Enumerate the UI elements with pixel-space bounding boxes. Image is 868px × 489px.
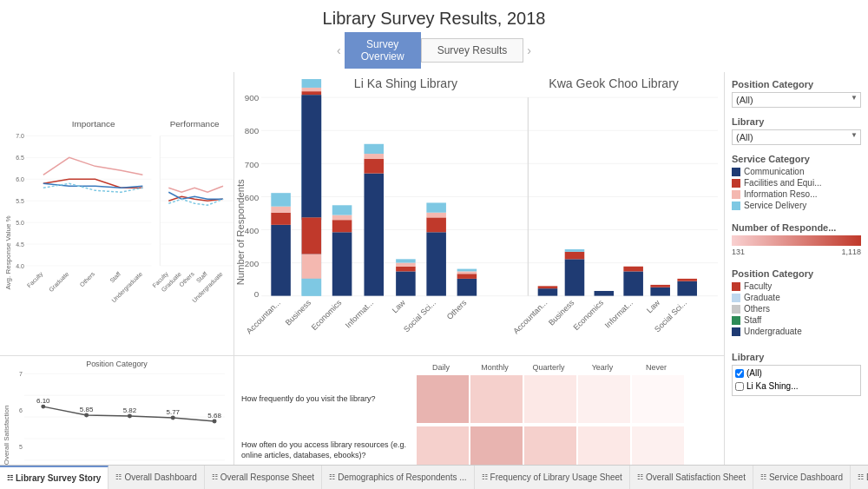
respondents-scale-label: Number of Responde... [732, 222, 861, 233]
svg-text:Staff: Staff [108, 271, 122, 284]
svg-text:Importance: Importance [72, 119, 115, 129]
library-select[interactable]: (All) [732, 129, 861, 145]
svg-rect-90 [565, 249, 585, 252]
tab-survey-overview[interactable]: SurveyOverview [345, 32, 421, 69]
svg-text:900: 900 [245, 93, 260, 102]
svg-rect-55 [271, 207, 291, 213]
svg-text:Graduate: Graduate [48, 271, 70, 294]
svg-rect-80 [426, 213, 446, 218]
tab-diverging[interactable]: ☷ Diverging B... [851, 466, 868, 489]
svg-text:5.85: 5.85 [80, 406, 94, 413]
svg-rect-65 [302, 279, 322, 296]
svg-rect-82 [457, 279, 477, 296]
library-lks-checkbox[interactable] [735, 382, 744, 391]
tab-satisfaction[interactable]: ☷ Overall Satisfaction Sheet [630, 466, 753, 489]
tab-demographics[interactable]: ☷ Demographics of Respondents ... [322, 466, 474, 489]
library-all-checkbox[interactable] [735, 369, 744, 378]
svg-text:Others: Others [445, 298, 469, 321]
svg-rect-68 [332, 215, 352, 221]
tab-survey-results[interactable]: Survey Results [421, 38, 524, 63]
svg-rect-73 [364, 144, 384, 154]
legend-staff-bottom: Staff [732, 315, 861, 325]
respondents-scale-labels: 131 1,118 [732, 248, 861, 256]
library-all-option[interactable]: (All) [735, 368, 858, 378]
svg-text:5.5: 5.5 [16, 198, 24, 204]
svg-text:Informat...: Informat... [603, 298, 635, 329]
others-label-bottom: Others [744, 304, 770, 314]
tab-frequency[interactable]: ☷ Frequency of Library Usage Sheet [475, 466, 630, 489]
legend-undergraduate-bottom: Undergraduate [732, 327, 861, 336]
svg-point-125 [128, 414, 132, 419]
graduate-swatch-bottom [732, 294, 740, 302]
staff-swatch-bottom [732, 316, 740, 325]
position-category-select[interactable]: (All) [732, 92, 861, 108]
svg-text:5: 5 [19, 444, 23, 450]
tab-icon-overall: ☷ [115, 473, 122, 481]
tab-icon-freq: ☷ [482, 473, 488, 481]
respondents-max: 1,118 [841, 248, 861, 256]
position-category-label: Position Category [732, 79, 861, 89]
library-lks-option[interactable]: Li Ka Shing... [735, 381, 858, 391]
svg-rect-95 [650, 285, 670, 287]
heatmap-col-yearly: Yearly [576, 363, 628, 372]
svg-text:Law: Law [391, 298, 407, 314]
svg-text:Performance: Performance [170, 119, 220, 129]
service-delivery-swatch [732, 202, 740, 210]
library-label: Library [732, 116, 861, 127]
svg-rect-76 [396, 263, 416, 267]
svg-text:6.0: 6.0 [16, 176, 24, 182]
svg-rect-54 [271, 213, 291, 225]
svg-text:Business: Business [547, 298, 576, 327]
heatmap-col-monthly: Monthly [469, 363, 521, 372]
legend-information: Information Reso... [732, 189, 861, 199]
tab-icon-div: ☷ [858, 473, 864, 481]
tab-library-survey-story[interactable]: ☷ Library Survey Story [0, 466, 108, 489]
library-list[interactable]: (All) Li Ka Shing... [732, 365, 861, 396]
heatmap-col-quarterly: Quarterly [523, 363, 575, 372]
communication-swatch [732, 168, 740, 176]
legend-graduate-bottom: Graduate [732, 293, 861, 302]
right-panel: Position Category (All) Library (All) [725, 72, 868, 465]
svg-rect-62 [302, 95, 322, 217]
tab-prev-arrow[interactable]: ‹ [333, 43, 345, 57]
svg-text:Others: Others [178, 270, 195, 287]
tab-overall-dashboard[interactable]: ☷ Overall Dashboard [108, 466, 204, 489]
svg-text:6: 6 [19, 407, 23, 413]
tab-next-arrow[interactable]: › [523, 43, 535, 57]
service-delivery-label: Service Delivery [744, 201, 806, 210]
svg-text:Staff: Staff [195, 271, 208, 284]
svg-rect-81 [426, 202, 446, 212]
svg-text:Social Sci...: Social Sci... [402, 298, 437, 334]
svg-text:Accountan...: Accountan... [511, 298, 549, 335]
service-category-title: Service Category [732, 154, 861, 164]
svg-rect-69 [332, 205, 352, 215]
legend-communication: Communication [732, 167, 861, 176]
svg-rect-66 [332, 232, 352, 295]
legend-faculty-bottom: Faculty [732, 281, 861, 291]
tab-service-dashboard[interactable]: ☷ Service Dashboard [753, 466, 851, 489]
svg-rect-77 [396, 259, 416, 262]
tab-icon-service: ☷ [760, 473, 766, 481]
svg-text:Avg. Overall Satisfaction: Avg. Overall Satisfaction [3, 406, 10, 465]
facilities-swatch [732, 179, 740, 188]
svg-text:Position Category: Position Category [86, 360, 148, 369]
svg-rect-59 [302, 88, 322, 91]
service-category-legend: Service Category Communication Facilitie… [732, 154, 861, 212]
tab-overall-response[interactable]: ☷ Overall Response Sheet [205, 466, 322, 489]
svg-rect-84 [457, 271, 477, 274]
information-label: Information Reso... [744, 189, 817, 199]
svg-rect-72 [364, 154, 384, 159]
faculty-label-bottom: Faculty [744, 281, 772, 291]
svg-rect-83 [457, 274, 477, 279]
svg-rect-85 [457, 269, 477, 272]
legend-others-bottom: Others [732, 304, 861, 314]
heatmap-q1: How frequently do you visit the library? [241, 394, 415, 405]
staff-label-bottom: Staff [744, 315, 761, 325]
svg-rect-56 [271, 193, 291, 207]
respondents-scale-bar [732, 235, 861, 246]
library-bottom-label: Library [732, 352, 861, 362]
svg-rect-74 [396, 271, 416, 295]
undergraduate-label-bottom: Undergraduate [744, 327, 802, 336]
library-filter-bottom: Library (All) Li Ka Shing... [732, 352, 861, 396]
svg-text:Li Ka Shing Library: Li Ka Shing Library [354, 76, 458, 90]
